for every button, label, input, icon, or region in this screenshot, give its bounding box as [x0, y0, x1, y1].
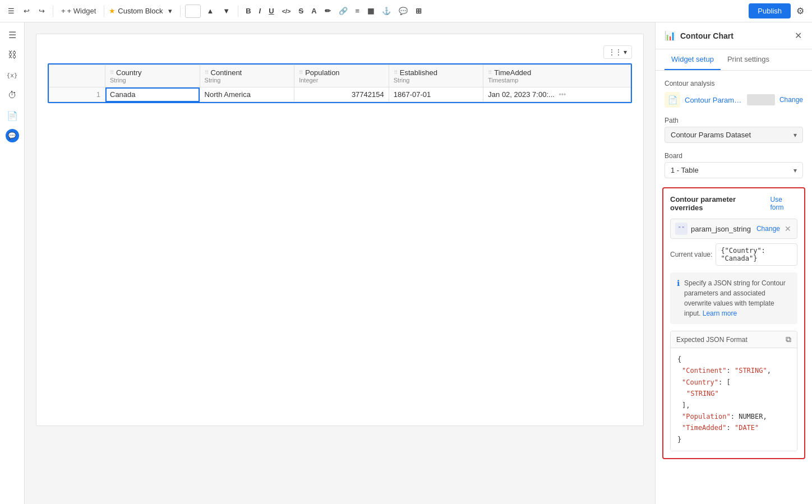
continent-column-header[interactable]: ⠿ Continent String	[200, 65, 294, 87]
highlight-button[interactable]: ✏	[322, 5, 334, 17]
sidebar-history-icon[interactable]: ⏱	[4, 87, 20, 103]
main-layout: ☰ ⛓ {x} ⏱ 📄 💬 ⋮⋮ ▾	[0, 22, 812, 504]
separator-3	[180, 6, 181, 17]
path-label: Path	[665, 117, 803, 124]
sidebar-page-icon[interactable]: 📄	[4, 108, 20, 123]
tab-print-settings[interactable]: Print settings	[721, 49, 776, 70]
comment-format-button[interactable]: 💬	[396, 5, 410, 17]
country-col-name: Country	[116, 68, 142, 77]
row-number-header	[49, 65, 105, 87]
panel-header: 📊 Contour Chart ✕	[656, 22, 812, 49]
board-label: Board	[665, 152, 803, 160]
panel-content: Contour analysis 📄 Contour Params JSON S…	[656, 71, 812, 504]
left-sidebar: ☰ ⛓ {x} ⏱ 📄 💬	[0, 22, 25, 504]
timeadded-column-header[interactable]: ⠿ TimeAdded Timestamp	[483, 65, 631, 87]
established-cell[interactable]: 1867-07-01	[389, 87, 483, 102]
json-line-5: "Population": NUMBER,	[677, 411, 790, 422]
population-cell[interactable]: 37742154	[294, 87, 389, 102]
json-content: { "Continent": "STRING", "Country": [ "S…	[671, 348, 797, 451]
image-format-button[interactable]	[185, 4, 201, 18]
use-form-link[interactable]: Use form	[771, 196, 798, 211]
path-select-text: Contour Params Dataset	[671, 131, 791, 139]
underline-button[interactable]: U	[266, 5, 276, 17]
country-cell[interactable]: Canada	[105, 87, 200, 102]
font-color-button[interactable]: A	[308, 5, 319, 17]
continent-col-type: String	[205, 77, 290, 84]
align-button[interactable]: ≡	[353, 5, 363, 17]
dropdown-arrow: ▾	[624, 48, 627, 56]
add-widget-button[interactable]: + + Widget	[58, 4, 99, 17]
menu-toggle-button[interactable]: ☰	[4, 4, 18, 17]
analysis-name[interactable]: Contour Params JSON Su...	[685, 96, 742, 104]
row-number-cell: 1	[49, 87, 105, 102]
down-arrow-button[interactable]: ▼	[219, 4, 233, 17]
undo-icon: ↩	[24, 7, 30, 15]
board-select[interactable]: 1 - Table ▾	[665, 162, 803, 178]
json-format-title: Expected JSON Format	[676, 336, 748, 344]
tab-widget-setup[interactable]: Widget setup	[665, 49, 721, 70]
country-drag-icon: ⠿	[110, 70, 114, 76]
json-line-6: "TimeAdded": "DATE"	[677, 422, 790, 433]
sidebar-link-icon[interactable]: ⛓	[4, 47, 20, 63]
country-column-header[interactable]: ⠿ Country String	[105, 65, 200, 87]
time-value: Jan 02, 2023 7:00:...	[488, 90, 555, 99]
continent-col-name: Continent	[211, 68, 242, 77]
panel-close-button[interactable]: ✕	[793, 29, 803, 42]
population-column-header[interactable]: ⠿ Population Integer	[294, 65, 389, 87]
link-format-button[interactable]: 🔗	[336, 5, 350, 17]
timeadded-cell[interactable]: Jan 02, 2023 7:00:... •••	[483, 87, 631, 102]
analysis-change-link[interactable]: Change	[779, 96, 803, 104]
contour-chart-icon: 📊	[665, 30, 676, 41]
current-value-label: Current value:	[670, 251, 712, 258]
copy-button[interactable]: ⧉	[786, 335, 791, 344]
established-drag-icon: ⠿	[394, 70, 398, 76]
anchor-button[interactable]: ⚓	[379, 5, 394, 17]
sidebar-variable-icon[interactable]: {x}	[4, 67, 20, 83]
publish-button[interactable]: Publish	[749, 3, 791, 19]
continent-drag-icon: ⠿	[205, 70, 209, 76]
sidebar-menu-icon[interactable]: ☰	[4, 27, 20, 43]
plus-icon: +	[61, 7, 66, 15]
redo-icon: ↪	[39, 7, 45, 15]
json-line-0: {	[677, 354, 790, 365]
analysis-row: 📄 Contour Params JSON Su... Change	[665, 92, 803, 108]
path-select[interactable]: Contour Params Dataset ▾	[665, 127, 803, 143]
current-value-box[interactable]: {"Country": "Canada"}	[716, 243, 797, 266]
separator-1	[53, 6, 53, 17]
table-button[interactable]: ▦	[365, 5, 377, 17]
code-button[interactable]: </>	[279, 6, 294, 16]
bold-button[interactable]: B	[243, 5, 253, 17]
info-text: Specify a JSON string for Contour parame…	[684, 278, 791, 318]
param-icon: " "	[675, 223, 688, 235]
redo-button[interactable]: ↪	[35, 4, 48, 17]
country-col-type: String	[110, 77, 195, 84]
path-chevron-down-icon: ▾	[793, 131, 797, 139]
timeadded-drag-icon: ⠿	[488, 70, 492, 76]
settings-button[interactable]: ⚙	[793, 3, 808, 19]
sidebar-comment-icon[interactable]: 💬	[4, 128, 20, 144]
board-select-row: Board 1 - Table ▾	[665, 152, 803, 178]
block-dropdown-button[interactable]: ▾	[165, 4, 176, 17]
data-table: ⠿ Country String ⠿ Continent Stri	[49, 64, 631, 102]
undo-button[interactable]: ↩	[20, 4, 33, 17]
established-column-header[interactable]: ⠿ Established String	[389, 65, 483, 87]
up-arrow-button[interactable]: ▲	[203, 4, 217, 17]
path-select-row: Path Contour Params Dataset ▾	[665, 117, 803, 143]
table-toolbar: ⋮⋮ ▾	[48, 45, 632, 59]
learn-more-link[interactable]: Learn more	[703, 309, 737, 317]
json-line-3: "STRING"	[677, 388, 790, 399]
param-remove-button[interactable]: ✕	[783, 224, 792, 233]
data-table-wrapper: ⠿ Country String ⠿ Continent Stri	[48, 63, 632, 103]
param-change-link[interactable]: Change	[756, 225, 780, 233]
continent-cell[interactable]: North America	[200, 87, 294, 102]
italic-button[interactable]: I	[256, 5, 264, 17]
row-actions[interactable]: •••	[559, 91, 566, 99]
population-col-name: Population	[305, 68, 339, 77]
panel-title: Contour Chart	[680, 31, 789, 40]
more-button[interactable]: ⊞	[413, 5, 425, 17]
json-format-box: Expected JSON Format ⧉ { "Continent": "S…	[670, 331, 797, 451]
json-line-4: ],	[677, 400, 790, 411]
strikethrough-button[interactable]: S	[296, 5, 307, 17]
table-options-button[interactable]: ⋮⋮ ▾	[603, 45, 632, 59]
table-header-row: ⠿ Country String ⠿ Continent Stri	[49, 65, 631, 87]
